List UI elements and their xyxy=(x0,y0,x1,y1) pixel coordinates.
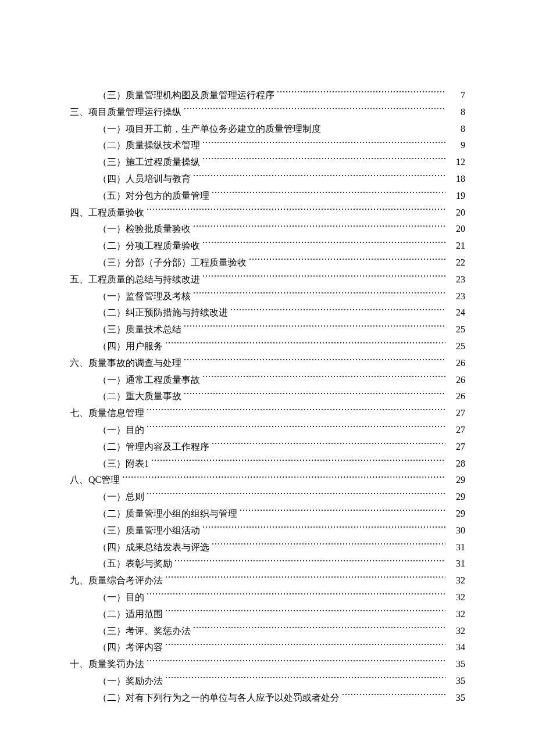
toc-entry-title: （三）施工过程质量操纵 xyxy=(98,154,200,171)
toc-entry: （二）对有下列行为之一的单位与各人应予以处罚或者处分35 xyxy=(98,690,465,707)
toc-entry: （三）质量管理机构图及质量管理运行程序7 xyxy=(98,87,465,104)
toc-leader-dots xyxy=(147,490,445,500)
toc-entry-page: 35 xyxy=(448,690,465,707)
toc-entry-prefix: 四、 xyxy=(70,205,88,221)
toc-entry-prefix: （四） xyxy=(98,539,126,556)
toc-entry-title: （一）奖励办法 xyxy=(98,673,163,690)
toc-entry-text: 施工过程质量操纵 xyxy=(126,157,200,167)
toc-entry: （五）对分包方的质量管理19 xyxy=(98,188,465,205)
toc-entry-text: 考评内容 xyxy=(126,642,163,652)
toc-leader-dots xyxy=(230,306,445,316)
toc-entry: （一）目的32 xyxy=(98,589,465,606)
toc-entry-title: （四）成果总结发表与评选 xyxy=(98,539,209,556)
toc-entry-title: 五、工程质量的总结与持续改进 xyxy=(70,271,200,288)
toc-entry-prefix: （四） xyxy=(98,338,126,355)
toc-entry-page: 7 xyxy=(448,87,465,104)
toc-leader-dots xyxy=(165,641,445,650)
toc-entry-page: 19 xyxy=(448,188,465,205)
toc-entry: （一）监督管理及考核23 xyxy=(98,288,465,305)
toc-entry-title: （一）通常工程质量事故 xyxy=(98,372,200,389)
toc-entry-title: （四）人员培训与教育 xyxy=(98,171,191,188)
toc-entry-title: 八、QC管理 xyxy=(70,472,120,489)
toc-entry-title: （一）目的 xyxy=(98,422,144,439)
toc-entry-text: 项目质量管理运行操纵 xyxy=(88,107,181,117)
toc-entry-text: 目的 xyxy=(126,425,144,435)
toc-entry: 三、项目质量管理运行操纵8 xyxy=(70,104,465,121)
toc-leader-dots xyxy=(165,340,445,349)
toc-entry-page: 29 xyxy=(448,506,465,522)
toc-entry-page: 34 xyxy=(448,639,465,656)
toc-entry: （一）目的27 xyxy=(98,422,465,439)
toc-entry: （三）施工过程质量操纵12 xyxy=(98,154,465,171)
toc-entry-page: 31 xyxy=(448,556,465,572)
toc-entry: （二）管理内容及工作程序27 xyxy=(98,439,465,456)
toc-entry-text: 工程质量的总结与持续改进 xyxy=(88,274,200,284)
toc-list: （三）质量管理机构图及质量管理运行程序7三、项目质量管理运行操纵8（一）项目开工… xyxy=(70,87,465,706)
toc-entry-text: 表彰与奖励 xyxy=(126,558,172,568)
toc-entry-page: 29 xyxy=(448,489,465,506)
toc-leader-dots xyxy=(342,691,445,701)
toc-entry-title: （一）目的 xyxy=(98,589,144,606)
toc-leader-dots xyxy=(202,156,445,165)
toc-entry: （五）表彰与奖励31 xyxy=(98,556,465,572)
toc-entry: （三）考评、奖惩办法32 xyxy=(98,623,465,640)
toc-entry-prefix: （二） xyxy=(98,137,126,154)
toc-entry: （三）质量技术总结25 xyxy=(98,321,465,338)
toc-leader-dots xyxy=(165,608,445,617)
toc-page: （三）质量管理机构图及质量管理运行程序7三、项目质量管理运行操纵8（一）项目开工… xyxy=(0,0,535,741)
toc-leader-dots xyxy=(202,139,445,148)
toc-leader-dots xyxy=(193,173,445,182)
toc-leader-dots xyxy=(202,273,445,282)
toc-leader-dots xyxy=(212,541,445,550)
toc-entry: （二）适用范围32 xyxy=(98,606,465,623)
toc-leader-dots xyxy=(184,357,445,366)
toc-leader-dots xyxy=(193,290,445,299)
toc-entry-prefix: （三） xyxy=(98,623,126,640)
toc-entry-title: 四、工程质量验收 xyxy=(70,205,144,221)
toc-entry: （一）项目开工前，生产单位务必建立的质量管理制度8 xyxy=(98,121,465,138)
toc-leader-dots xyxy=(122,474,445,483)
toc-leader-dots xyxy=(193,625,445,634)
toc-entry-title: （二）纠正预防措施与持续改进 xyxy=(98,304,228,321)
toc-entry-prefix: 七、 xyxy=(70,405,88,422)
toc-entry-title: 七、质量信息管理 xyxy=(70,405,144,422)
toc-entry-page: 23 xyxy=(448,288,465,305)
toc-entry-text: 质量管理小组的组织与管理 xyxy=(126,508,237,518)
toc-entry-prefix: （二） xyxy=(98,439,126,456)
toc-entry-prefix: （三） xyxy=(98,154,126,171)
toc-entry: （四）用户服务25 xyxy=(98,338,465,355)
toc-entry-title: （一）项目开工前，生产单位务必建立的质量管理制度 xyxy=(98,121,321,138)
toc-entry: （一）奖励办法35 xyxy=(98,673,465,690)
toc-leader-dots xyxy=(147,407,445,416)
toc-entry-title: （三）考评、奖惩办法 xyxy=(98,623,191,640)
toc-entry-text: 纠正预防措施与持续改进 xyxy=(126,307,228,317)
toc-entry-title: 三、项目质量管理运行操纵 xyxy=(70,104,181,121)
toc-leader-dots xyxy=(240,507,445,517)
toc-entry-text: 对分包方的质量管理 xyxy=(126,191,209,200)
toc-entry-text: 成果总结发表与评选 xyxy=(126,542,209,552)
toc-entry-title: （二）重大质量事故 xyxy=(98,388,181,405)
toc-entry-page: 32 xyxy=(448,606,465,623)
toc-entry-prefix: （一） xyxy=(98,121,126,138)
toc-leader-dots xyxy=(277,89,445,98)
toc-entry-page: 12 xyxy=(448,154,465,171)
toc-entry-text: 总则 xyxy=(126,492,144,501)
toc-entry: （三）分部（子分部）工程质量验收22 xyxy=(98,255,465,271)
toc-entry: 七、质量信息管理27 xyxy=(70,405,465,422)
toc-entry-title: （二）管理内容及工作程序 xyxy=(98,439,209,456)
toc-leader-dots xyxy=(147,424,445,433)
toc-entry: （三）附表128 xyxy=(98,456,465,472)
toc-leader-dots xyxy=(165,574,445,583)
toc-entry: 六、质量事故的调查与处理26 xyxy=(70,355,465,372)
toc-leader-dots xyxy=(249,256,445,266)
toc-leader-dots xyxy=(323,123,445,132)
toc-entry-text: 质量综合考评办法 xyxy=(88,575,163,585)
toc-entry-text: 管理内容及工作程序 xyxy=(126,442,209,452)
toc-entry-page: 35 xyxy=(448,673,465,690)
toc-entry-text: 目的 xyxy=(126,592,144,602)
toc-entry-prefix: （二） xyxy=(98,606,126,623)
toc-entry-text: 质量技术总结 xyxy=(126,324,181,334)
toc-entry-page: 22 xyxy=(448,255,465,271)
toc-entry-page: 32 xyxy=(448,589,465,606)
toc-entry-prefix: （二） xyxy=(98,388,126,405)
